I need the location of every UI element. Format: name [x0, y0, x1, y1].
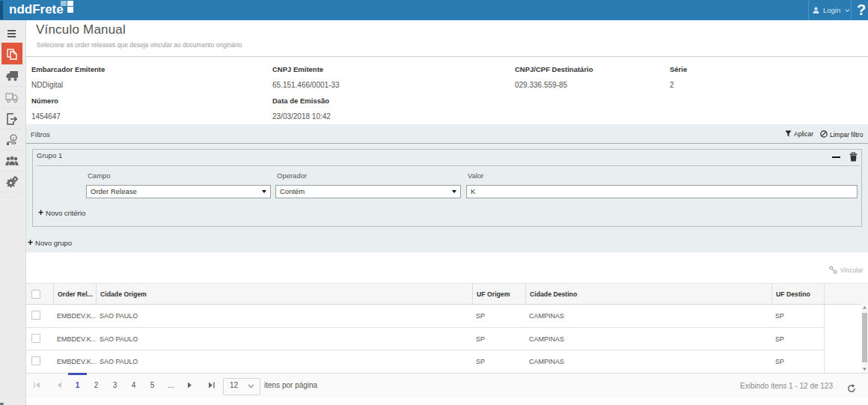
svg-text:1: 1 [12, 135, 15, 140]
